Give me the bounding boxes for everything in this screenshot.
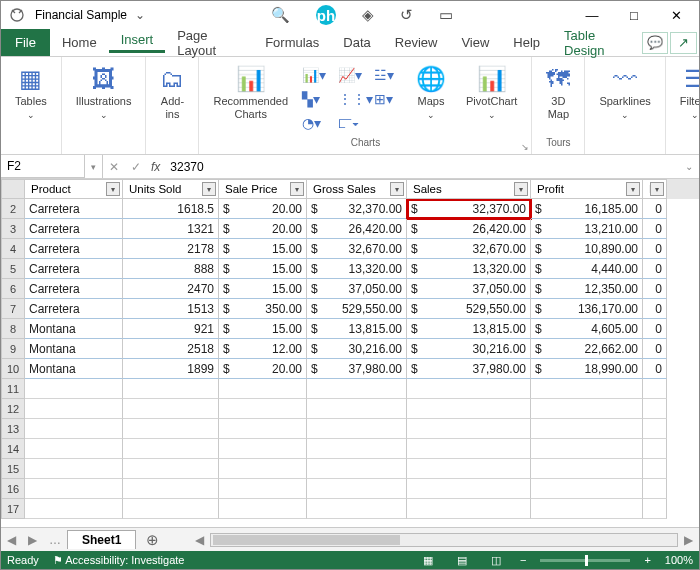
cell[interactable]: 1618.5 (123, 199, 219, 219)
cell[interactable] (25, 439, 123, 459)
cell[interactable] (307, 399, 407, 419)
illustrations-button[interactable]: 🖼 Illustrations ⌄ (70, 61, 138, 120)
column-header[interactable]: Gross Sales▾ (307, 179, 407, 199)
cell[interactable] (643, 459, 667, 479)
enter-icon[interactable]: ✓ (125, 155, 147, 178)
column-header[interactable]: Sale Price▾ (219, 179, 307, 199)
page-layout-view-icon[interactable]: ▤ (452, 554, 472, 567)
cell[interactable] (123, 439, 219, 459)
tab-home[interactable]: Home (50, 35, 109, 50)
row-header[interactable]: 5 (1, 259, 25, 279)
cell[interactable]: Carretera (25, 219, 123, 239)
cell[interactable] (531, 479, 643, 499)
sheet-nav-more[interactable]: … (43, 533, 67, 547)
cell[interactable] (123, 419, 219, 439)
cell[interactable] (307, 379, 407, 399)
sheet-nav-prev[interactable]: ◀ (1, 533, 22, 547)
cell[interactable]: $13,320.00 (407, 259, 531, 279)
accessibility-status[interactable]: ⚑ Accessibility: Investigate (53, 554, 185, 567)
cell[interactable] (643, 439, 667, 459)
page-break-view-icon[interactable]: ◫ (486, 554, 506, 567)
cell[interactable] (407, 459, 531, 479)
cell[interactable]: 888 (123, 259, 219, 279)
combo-chart-icon[interactable]: ⫍▾ (338, 113, 364, 133)
cell[interactable] (25, 419, 123, 439)
formula-input[interactable] (164, 155, 679, 178)
cell[interactable] (25, 399, 123, 419)
cell[interactable]: $12,350.00 (531, 279, 643, 299)
fx-icon[interactable]: fx (147, 155, 164, 178)
cell[interactable]: 0 (643, 279, 667, 299)
cell[interactable]: $13,815.00 (407, 319, 531, 339)
cell[interactable] (307, 459, 407, 479)
horizontal-scrollbar[interactable]: ◀ ▶ (189, 533, 699, 547)
cell[interactable] (307, 419, 407, 439)
cell[interactable] (307, 499, 407, 519)
cell[interactable] (25, 479, 123, 499)
cell[interactable]: $37,980.00 (407, 359, 531, 379)
column-header[interactable]: Da▾ (643, 179, 667, 199)
zoom-out-button[interactable]: − (520, 554, 526, 566)
cell[interactable]: 1899 (123, 359, 219, 379)
cell[interactable]: $37,050.00 (307, 279, 407, 299)
tab-data[interactable]: Data (331, 35, 382, 50)
cell[interactable]: $15.00 (219, 259, 307, 279)
cell[interactable]: $15.00 (219, 279, 307, 299)
row-header[interactable]: 9 (1, 339, 25, 359)
cell[interactable]: $32,670.00 (407, 239, 531, 259)
row-header[interactable]: 2 (1, 199, 25, 219)
cell[interactable] (25, 499, 123, 519)
addins-button[interactable]: 🗂 Add- ins (154, 61, 190, 121)
filters-button[interactable]: ☰ Filters ⌄ (674, 61, 700, 120)
cell[interactable] (643, 419, 667, 439)
cell[interactable] (643, 399, 667, 419)
filter-dropdown-icon[interactable]: ▾ (290, 182, 304, 196)
name-box-dropdown[interactable]: ▾ (85, 155, 103, 178)
dialog-launcher-icon[interactable]: ↘ (521, 142, 529, 152)
column-header[interactable]: Profit▾ (531, 179, 643, 199)
cell[interactable]: 0 (643, 219, 667, 239)
tab-view[interactable]: View (449, 35, 501, 50)
row-header[interactable]: 13 (1, 419, 25, 439)
account-avatar[interactable]: ph (316, 5, 336, 25)
cell[interactable]: $15.00 (219, 319, 307, 339)
row-header[interactable]: 10 (1, 359, 25, 379)
add-sheet-button[interactable]: ⊕ (136, 531, 169, 549)
cell[interactable]: Montana (25, 319, 123, 339)
chevron-down-icon[interactable]: ⌄ (131, 8, 149, 22)
cell[interactable] (407, 499, 531, 519)
cell[interactable] (219, 499, 307, 519)
cell[interactable] (531, 379, 643, 399)
cell[interactable]: $12.00 (219, 339, 307, 359)
row-header[interactable]: 12 (1, 399, 25, 419)
filter-dropdown-icon[interactable]: ▾ (106, 182, 120, 196)
cell[interactable]: $4,605.00 (531, 319, 643, 339)
tab-review[interactable]: Review (383, 35, 450, 50)
cell[interactable] (123, 379, 219, 399)
cell[interactable]: $10,890.00 (531, 239, 643, 259)
tab-formulas[interactable]: Formulas (253, 35, 331, 50)
column-header[interactable]: Units Sold▾ (123, 179, 219, 199)
cell[interactable]: Carretera (25, 279, 123, 299)
share-button[interactable]: ↗ (670, 32, 697, 54)
cell[interactable] (25, 459, 123, 479)
cell[interactable] (219, 419, 307, 439)
cell[interactable]: $136,170.00 (531, 299, 643, 319)
tab-table-design[interactable]: Table Design (552, 28, 642, 58)
cell[interactable]: $16,185.00 (531, 199, 643, 219)
cell[interactable]: $37,980.00 (307, 359, 407, 379)
cell[interactable] (643, 379, 667, 399)
cell[interactable] (643, 499, 667, 519)
row-header[interactable]: 7 (1, 299, 25, 319)
recommended-charts-button[interactable]: 📊 Recommended Charts (207, 61, 294, 121)
cell[interactable] (123, 479, 219, 499)
cell[interactable]: $32,370.00 (307, 199, 407, 219)
filter-dropdown-icon[interactable]: ▾ (202, 182, 216, 196)
normal-view-icon[interactable]: ▦ (418, 554, 438, 567)
cell[interactable]: 2178 (123, 239, 219, 259)
autosave-icon[interactable] (9, 7, 25, 23)
3d-map-button[interactable]: 🗺 3D Map (540, 61, 576, 121)
cell[interactable]: $13,815.00 (307, 319, 407, 339)
cell[interactable] (407, 379, 531, 399)
sheet-tab[interactable]: Sheet1 (67, 530, 136, 549)
